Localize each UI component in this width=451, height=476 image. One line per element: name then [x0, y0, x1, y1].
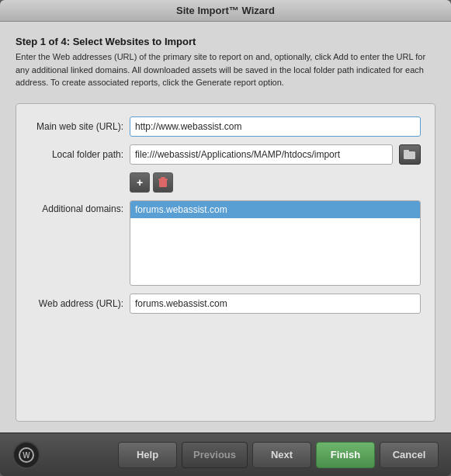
- svg-rect-2: [159, 180, 167, 187]
- svg-rect-4: [161, 177, 165, 179]
- additional-domains-row: Additional domains: forums.webassist.com: [30, 200, 421, 286]
- local-folder-row: Local folder path:: [30, 144, 421, 165]
- title-bar: Site Import™ Wizard: [0, 0, 451, 22]
- main-website-input[interactable]: [130, 116, 421, 137]
- svg-rect-3: [158, 179, 168, 180]
- svg-text:W: W: [23, 451, 30, 460]
- spacer: [30, 321, 421, 409]
- domains-list[interactable]: forums.webassist.com: [130, 200, 421, 286]
- main-website-label: Main web site (URL):: [30, 121, 123, 132]
- web-address-label: Web address (URL):: [30, 298, 123, 309]
- browse-button[interactable]: [399, 144, 421, 165]
- step-title: Step 1 of 4: Select Websites to Import: [16, 36, 435, 47]
- web-address-input[interactable]: [130, 294, 421, 314]
- step-description: Enter the Web addresses (URL) of the pri…: [16, 50, 435, 89]
- webassist-logo: W: [12, 441, 40, 469]
- local-folder-label: Local folder path:: [30, 149, 123, 160]
- content-area: Step 1 of 4: Select Websites to Import E…: [0, 22, 451, 433]
- web-address-row: Web address (URL):: [30, 294, 421, 314]
- icon-buttons-row: +: [130, 172, 421, 193]
- svg-rect-1: [404, 150, 409, 152]
- next-button[interactable]: Next: [252, 442, 311, 468]
- help-button[interactable]: Help: [118, 442, 177, 468]
- local-folder-input[interactable]: [130, 144, 393, 165]
- bottom-bar: W Help Previous Next Finish Cancel: [0, 433, 451, 476]
- step-header: Step 1 of 4: Select Websites to Import E…: [16, 36, 435, 89]
- svg-rect-0: [404, 151, 415, 159]
- cancel-button[interactable]: Cancel: [380, 442, 439, 468]
- delete-domain-button[interactable]: [153, 172, 173, 193]
- folder-icon: [404, 149, 416, 160]
- additional-domains-label: Additional domains:: [30, 200, 123, 214]
- previous-button[interactable]: Previous: [182, 442, 248, 468]
- window-title: Site Import™ Wizard: [176, 5, 275, 16]
- domain-list-item[interactable]: forums.webassist.com: [130, 201, 420, 218]
- finish-button[interactable]: Finish: [316, 442, 375, 468]
- form-area: Main web site (URL): Local folder path: …: [16, 103, 435, 422]
- main-website-row: Main web site (URL):: [30, 116, 421, 137]
- logo-icon: W: [18, 446, 35, 464]
- wizard-window: Site Import™ Wizard Step 1 of 4: Select …: [0, 0, 451, 476]
- trash-icon: [158, 177, 168, 188]
- add-domain-button[interactable]: +: [130, 172, 150, 193]
